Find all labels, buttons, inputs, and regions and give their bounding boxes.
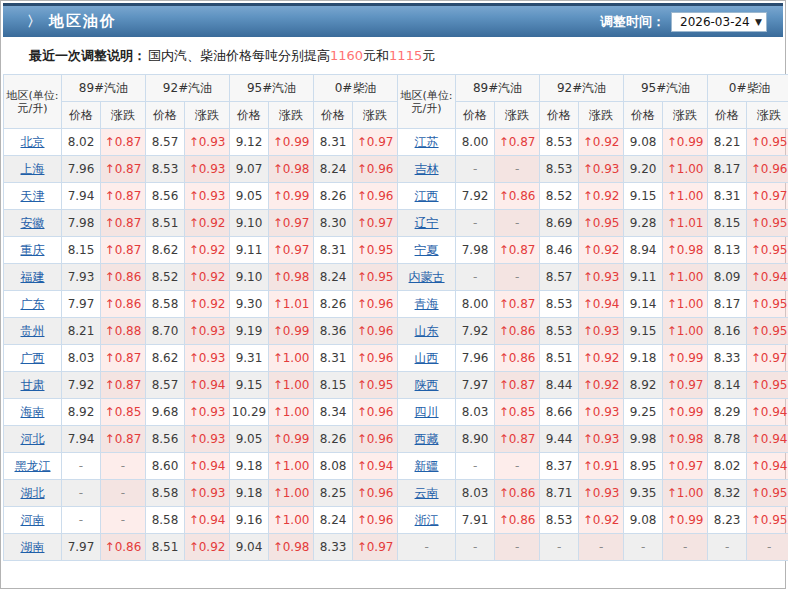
change-cell: ↑0.95 [747, 129, 788, 156]
change-cell: ↑0.94 [579, 291, 624, 318]
price-cell: 8.33 [314, 534, 353, 561]
change-cell: ↑0.97 [663, 372, 708, 399]
price-cell: 9.05 [230, 426, 269, 453]
price-cell: 8.03 [62, 345, 101, 372]
region-link[interactable]: 山西 [415, 351, 439, 365]
region-link[interactable]: 新疆 [415, 459, 439, 473]
adjust-time-label: 调整时间： [600, 13, 665, 31]
region-link[interactable]: 湖南 [21, 540, 45, 554]
region-link[interactable]: 吉林 [415, 162, 439, 176]
region-link[interactable]: 四川 [415, 405, 439, 419]
price-cell: 8.46 [540, 237, 579, 264]
price-cell: - [62, 507, 101, 534]
price-header: 价格 [62, 102, 101, 129]
region-link[interactable]: 云南 [415, 486, 439, 500]
price-cell: 8.21 [708, 129, 747, 156]
change-cell: ↑0.87 [101, 210, 146, 237]
region-link[interactable]: 福建 [21, 270, 45, 284]
region-link[interactable]: 湖北 [21, 486, 45, 500]
change-cell: ↑0.87 [495, 291, 540, 318]
change-cell: ↑0.93 [185, 156, 230, 183]
price-cell: 8.52 [146, 264, 185, 291]
change-cell: ↑1.00 [269, 372, 314, 399]
change-cell: ↑0.95 [747, 480, 788, 507]
region-link[interactable]: 安徽 [21, 216, 45, 230]
price-cell: 8.29 [708, 399, 747, 426]
price-cell: 9.10 [230, 264, 269, 291]
change-cell: ↑0.95 [747, 291, 788, 318]
price-cell: 8.95 [624, 453, 663, 480]
price-cell: 9.18 [230, 480, 269, 507]
price-cell: 8.53 [540, 507, 579, 534]
change-cell: ↑0.86 [495, 507, 540, 534]
change-cell: ↑0.93 [579, 426, 624, 453]
region-link[interactable]: 上海 [21, 162, 45, 176]
change-cell: ↑0.92 [579, 372, 624, 399]
price-cell: 8.15 [62, 237, 101, 264]
price-cell: - [540, 534, 579, 561]
region-link[interactable]: 贵州 [21, 324, 45, 338]
change-cell: ↑0.98 [663, 237, 708, 264]
region-link[interactable]: 甘肃 [21, 378, 45, 392]
change-cell: ↑0.95 [747, 318, 788, 345]
price-cell: 9.11 [230, 237, 269, 264]
price-cell: 8.58 [146, 507, 185, 534]
region-link[interactable]: 江苏 [415, 135, 439, 149]
region-link[interactable]: 浙江 [415, 513, 439, 527]
change-cell: ↑0.86 [495, 318, 540, 345]
change-cell: ↑0.95 [747, 210, 788, 237]
change-cell: ↑0.87 [101, 156, 146, 183]
change-cell: ↑0.92 [185, 534, 230, 561]
change-cell: ↑0.96 [353, 318, 398, 345]
region-cell: 云南 [398, 480, 456, 507]
price-cell: - [62, 453, 101, 480]
region-link[interactable]: 内蒙古 [409, 270, 445, 284]
fuel-type-header: 92#汽油 [146, 75, 230, 102]
change-cell: ↑1.00 [663, 156, 708, 183]
fuel-type-header: 95#汽油 [230, 75, 314, 102]
table-row: 河南--8.58↑0.949.16↑1.008.24↑0.96浙江7.91↑0.… [4, 507, 788, 534]
table-row: 湖南7.97↑0.868.51↑0.929.04↑0.988.33↑0.97--… [4, 534, 788, 561]
change-cell: - [579, 534, 624, 561]
change-cell: ↑0.99 [663, 507, 708, 534]
adjust-time-select[interactable]: 2026-03-24 ▼ [671, 12, 767, 32]
region-link[interactable]: 黑龙江 [15, 459, 51, 473]
change-cell: ↑0.86 [101, 291, 146, 318]
region-link[interactable]: 西藏 [415, 432, 439, 446]
change-cell: ↑0.96 [353, 426, 398, 453]
region-link[interactable]: 河北 [21, 432, 45, 446]
region-link[interactable]: 河南 [21, 513, 45, 527]
region-link[interactable]: 海南 [21, 405, 45, 419]
price-cell: 8.92 [624, 372, 663, 399]
change-cell: ↑0.92 [185, 210, 230, 237]
table-row: 重庆8.15↑0.878.62↑0.929.11↑0.978.31↑0.95宁夏… [4, 237, 788, 264]
region-link[interactable]: 陕西 [415, 378, 439, 392]
price-cell: 9.07 [230, 156, 269, 183]
region-link[interactable]: 天津 [21, 189, 45, 203]
region-link[interactable]: 山东 [415, 324, 439, 338]
region-link[interactable]: 宁夏 [415, 243, 439, 257]
price-cell: - [456, 453, 495, 480]
region-link[interactable]: 江西 [415, 189, 439, 203]
region-link[interactable]: 重庆 [21, 243, 45, 257]
change-cell: ↑0.87 [101, 183, 146, 210]
change-cell: ↑0.99 [269, 183, 314, 210]
region-link[interactable]: 广东 [21, 297, 45, 311]
price-header: 价格 [708, 102, 747, 129]
change-header: 涨跌 [495, 102, 540, 129]
region-link[interactable]: 广西 [21, 351, 45, 365]
change-cell: ↑0.98 [269, 156, 314, 183]
notice-value-diesel: 1115 [389, 48, 422, 63]
price-cell: 9.15 [624, 183, 663, 210]
region-link[interactable]: 辽宁 [415, 216, 439, 230]
region-link[interactable]: 北京 [21, 135, 45, 149]
change-cell: - [495, 156, 540, 183]
fuel-type-header: 92#汽油 [540, 75, 624, 102]
change-cell: ↑0.96 [353, 345, 398, 372]
change-cell: ↑0.96 [353, 399, 398, 426]
price-header: 价格 [624, 102, 663, 129]
price-cell: 8.57 [540, 264, 579, 291]
table-row: 海南8.92↑0.859.68↑0.9310.29↑1.008.34↑0.96四… [4, 399, 788, 426]
region-link[interactable]: 青海 [415, 297, 439, 311]
region-cell: 重庆 [4, 237, 62, 264]
